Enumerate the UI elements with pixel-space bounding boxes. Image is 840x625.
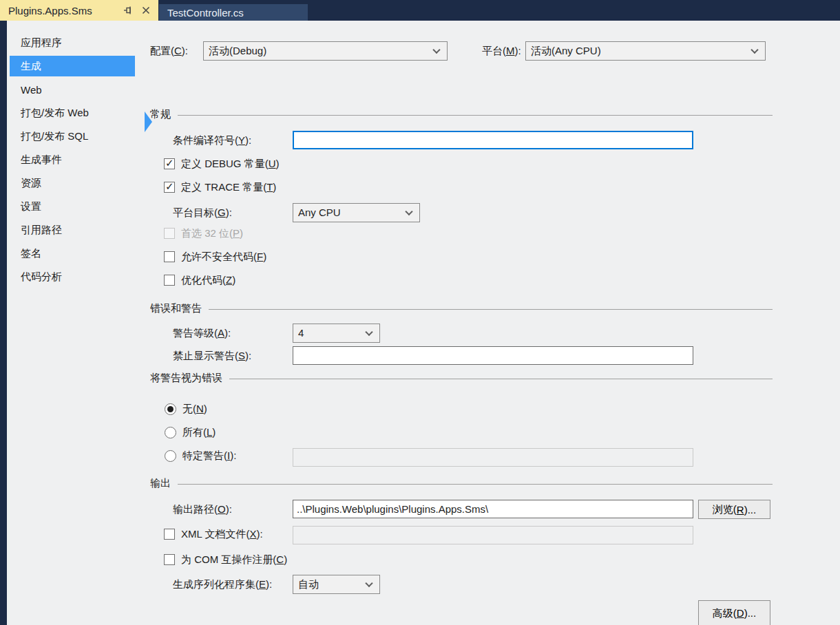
radio-icon[interactable] [165,403,176,415]
sidebar-item-label: 引用路径 [21,224,62,237]
conditional-symbols-input[interactable] [293,131,693,149]
sidebar-item-label: 应用程序 [21,36,62,50]
platform-value: 活动(Any CPU) [526,42,765,60]
section-divider [178,484,773,485]
optimize-code-label: 优化代码(Z) [181,274,235,287]
serialization-assembly-dropdown[interactable]: 自动 [293,575,380,594]
section-title: 输出 [150,477,171,490]
sidebar-item-application[interactable]: 应用程序 [10,32,135,53]
xml-doc-label: XML 文档文件(X): [181,528,263,541]
conditional-symbols-label: 条件编译符号(Y): [173,131,251,149]
define-debug-label: 定义 DEBUG 常量(U) [181,158,280,171]
com-interop-checkbox-row[interactable]: 为 COM 互操作注册(C) [164,553,287,566]
tab-testcontroller-cs[interactable]: TestController.cs [159,4,308,21]
close-icon[interactable] [140,5,151,16]
xml-doc-input [293,526,693,544]
advanced-button[interactable]: 高级(D)... [698,600,770,625]
section-treat-warnings: 将警告视为错误 [150,371,773,385]
configuration-value: 活动(Debug) [204,42,447,60]
treat-warnings-specific-label: 特定警告(I): [182,449,236,463]
prefer-32bit-label: 首选 32 位(P) [181,227,243,240]
treat-warnings-all-radio-row[interactable]: 所有(L) [165,426,216,438]
platform-target-dropdown[interactable]: Any CPU [293,203,420,222]
sidebar-item-label: Web [21,84,42,96]
checkbox-icon [164,228,175,239]
output-path-input[interactable] [293,500,693,518]
left-edge-strip [0,21,7,625]
specific-warnings-input [293,448,693,467]
radio-icon[interactable] [165,427,176,438]
treat-warnings-all-label: 所有(L) [182,426,216,439]
checkbox-icon[interactable] [164,158,175,169]
sidebar-item-package-sql[interactable]: 打包/发布 SQL [10,126,135,147]
sidebar-item-label: 代码分析 [21,271,62,284]
checkbox-icon[interactable] [164,554,175,565]
document-tab-bar: Plugins.Apps.Sms TestController.cs [0,0,840,21]
optimize-code-checkbox-row[interactable]: 优化代码(Z) [164,274,235,286]
suppress-warnings-input[interactable] [293,346,693,365]
allow-unsafe-label: 允许不安全代码(F) [181,251,266,264]
sidebar-item-label: 生成 [21,60,41,73]
pin-icon[interactable] [123,5,134,16]
sidebar-item-settings[interactable]: 设置 [10,196,135,217]
treat-warnings-specific-radio-row[interactable]: 特定警告(I): [165,449,236,462]
allow-unsafe-checkbox-row[interactable]: 允许不安全代码(F) [164,251,266,263]
section-general: 常规 [150,107,773,121]
checkbox-icon[interactable] [164,529,175,540]
warning-level-dropdown[interactable]: 4 [293,324,380,343]
output-path-label: 输出路径(O): [173,500,232,518]
project-properties-page: Plugins.Apps.Sms TestController.cs 应用程序 … [0,0,840,625]
suppress-warnings-label: 禁止显示警告(S): [173,346,251,365]
define-debug-checkbox-row[interactable]: 定义 DEBUG 常量(U) [164,158,280,170]
checkbox-icon[interactable] [164,275,175,286]
platform-dropdown[interactable]: 活动(Any CPU) [525,41,766,61]
tab-label: TestController.cs [167,7,244,19]
warning-level-label: 警告等级(A): [173,324,231,343]
sidebar-item-web[interactable]: Web [10,79,135,100]
sidebar-item-code-analysis[interactable]: 代码分析 [10,266,135,287]
configuration-dropdown[interactable]: 活动(Debug) [203,41,448,61]
section-errors-warnings: 错误和警告 [150,301,773,315]
xml-doc-checkbox-row[interactable]: XML 文档文件(X): [164,528,263,540]
sidebar-item-reference-paths[interactable]: 引用路径 [10,220,135,240]
sidebar-item-label: 打包/发布 SQL [21,130,88,143]
checkbox-icon[interactable] [164,182,175,193]
tab-plugins-apps-sms[interactable]: Plugins.Apps.Sms [0,0,158,21]
section-divider [229,379,773,379]
serialization-assembly-label: 生成序列化程序集(E): [173,575,272,594]
treat-warnings-none-label: 无(N) [182,403,207,416]
define-trace-label: 定义 TRACE 常量(T) [181,181,276,194]
sidebar-item-resources[interactable]: 资源 [10,173,135,193]
section-output: 输出 [150,476,773,490]
configuration-label: 配置(C): [150,41,188,61]
platform-target-label: 平台目标(G): [173,203,232,222]
sidebar-item-label: 签名 [21,247,41,260]
radio-icon[interactable] [165,450,176,462]
define-trace-checkbox-row[interactable]: 定义 TRACE 常量(T) [164,181,276,193]
section-divider [209,309,773,310]
sidebar-item-signing[interactable]: 签名 [10,243,135,264]
sidebar-item-package-web[interactable]: 打包/发布 Web [10,103,135,123]
tab-label: Plugins.Apps.Sms [8,5,92,17]
section-title: 将警告视为错误 [150,372,222,385]
sidebar-item-label: 打包/发布 Web [21,107,89,120]
com-interop-label: 为 COM 互操作注册(C) [181,553,287,566]
sidebar-item-label: 生成事件 [21,153,62,167]
prefer-32bit-checkbox-row: 首选 32 位(P) [164,227,243,240]
browse-button[interactable]: 浏览(R)... [698,500,770,519]
sidebar-item-build-events[interactable]: 生成事件 [10,149,135,170]
sidebar-item-label: 资源 [21,177,41,190]
section-title: 错误和警告 [150,302,202,315]
platform-target-value: Any CPU [293,204,419,222]
platform-label: 平台(M): [482,41,521,61]
sidebar-item-build[interactable]: 生成 [10,56,135,76]
treat-warnings-none-radio-row[interactable]: 无(N) [165,403,207,415]
sidebar-item-label: 设置 [21,200,41,213]
section-divider [178,115,773,116]
section-title: 常规 [150,108,171,121]
checkbox-icon[interactable] [164,251,175,262]
